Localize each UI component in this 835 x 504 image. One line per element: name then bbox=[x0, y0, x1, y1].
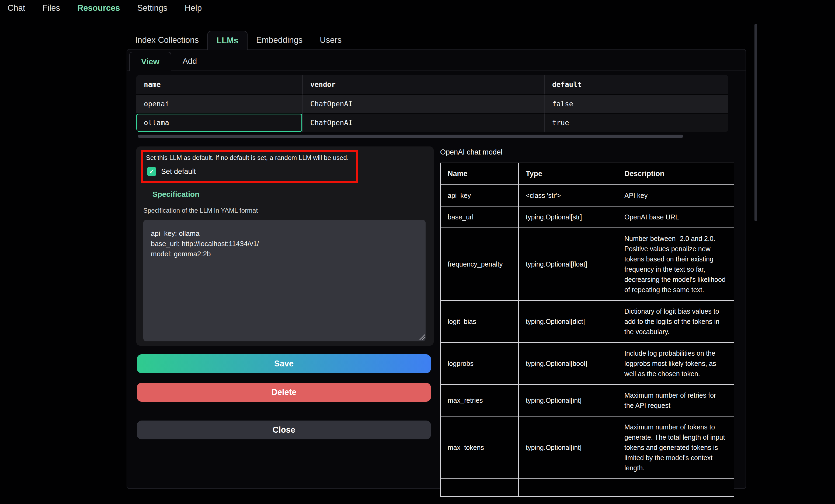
set-default-label: Set default bbox=[161, 167, 196, 176]
llm-table-header-vendor: vendor bbox=[302, 75, 544, 94]
llm-row-openai-name[interactable]: openai bbox=[136, 94, 302, 113]
schema-cell-type: <class 'str'> bbox=[518, 185, 617, 206]
schema-cell-name: base_url bbox=[441, 206, 518, 228]
llm-row-openai-vendor[interactable]: ChatOpenAI bbox=[302, 94, 544, 113]
table-row: logprobs typing.Optional[bool] Include l… bbox=[441, 342, 734, 384]
sub-tab-bar: View Add bbox=[127, 52, 746, 71]
horizontal-scrollbar-thumb[interactable] bbox=[138, 134, 683, 138]
nav-item-files[interactable]: Files bbox=[42, 3, 60, 13]
set-default-checkbox[interactable]: ✓ bbox=[147, 167, 156, 176]
model-schema-table: Name Type Description api_key <class 'st… bbox=[440, 163, 734, 497]
specification-subtitle: Specification of the LLM in YAML format bbox=[143, 207, 258, 214]
specification-yaml-input[interactable]: api_key: ollama base_url: http://localho… bbox=[143, 220, 426, 341]
set-default-row: ✓ Set default bbox=[147, 167, 196, 176]
schema-cell-type: typing.Optional[str] bbox=[518, 206, 617, 228]
schema-cell-description: Maximum number of retries for the API re… bbox=[617, 384, 734, 416]
schema-cell-description bbox=[617, 479, 734, 497]
schema-cell-type: typing.Optional[bool] bbox=[518, 342, 617, 384]
llm-row-ollama-default[interactable]: true bbox=[544, 113, 728, 132]
table-row: frequency_penalty typing.Optional[float]… bbox=[441, 228, 734, 300]
schema-cell-name: logit_bias bbox=[441, 300, 518, 342]
nav-item-help[interactable]: Help bbox=[184, 3, 202, 13]
schema-cell-description: OpenAI base URL bbox=[617, 206, 734, 228]
schema-header-name: Name bbox=[441, 163, 518, 185]
specification-heading: Specification bbox=[152, 190, 199, 199]
nav-item-resources[interactable]: Resources bbox=[77, 3, 120, 13]
main-tab-bar: Index Collections LLMs Embeddings Users bbox=[127, 31, 350, 49]
model-schema-title: OpenAI chat model bbox=[440, 148, 502, 156]
llm-row-ollama-vendor[interactable]: ChatOpenAI bbox=[302, 113, 544, 132]
table-row: base_url typing.Optional[str] OpenAI bas… bbox=[441, 206, 734, 228]
table-row-partial bbox=[441, 479, 734, 497]
app-root: { "nav": { "items": [ {"label": "Chat", … bbox=[0, 0, 835, 504]
schema-cell-name: logprobs bbox=[441, 342, 518, 384]
schema-cell-type bbox=[518, 479, 617, 497]
subtab-view[interactable]: View bbox=[129, 52, 171, 71]
schema-cell-type: typing.Optional[float] bbox=[518, 228, 617, 300]
llm-row-openai-default[interactable]: false bbox=[544, 94, 728, 113]
schema-cell-description: Maximum number of tokens to generate. Th… bbox=[617, 416, 734, 479]
table-row: max_tokens typing.Optional[int] Maximum … bbox=[441, 416, 734, 479]
schema-cell-name: max_tokens bbox=[441, 416, 518, 479]
tab-index-collections[interactable]: Index Collections bbox=[127, 31, 207, 49]
schema-cell-name: api_key bbox=[441, 185, 518, 206]
close-button[interactable]: Close bbox=[137, 421, 431, 439]
schema-header-type: Type bbox=[518, 163, 617, 185]
schema-cell-name: max_retries bbox=[441, 384, 518, 416]
table-row: api_key <class 'str'> API key bbox=[441, 185, 734, 206]
schema-cell-type: typing.Optional[dict] bbox=[518, 300, 617, 342]
top-nav: Chat Files Resources Settings Help bbox=[7, 3, 202, 13]
nav-item-settings[interactable]: Settings bbox=[137, 3, 167, 13]
nav-item-chat[interactable]: Chat bbox=[7, 3, 25, 13]
save-button[interactable]: Save bbox=[137, 354, 431, 373]
default-note: Set this LLM as default. If no default i… bbox=[146, 154, 351, 162]
schema-cell-description: Dictionary of logit bias values to add t… bbox=[617, 300, 734, 342]
schema-cell-name bbox=[441, 479, 518, 497]
horizontal-scrollbar[interactable] bbox=[136, 134, 728, 138]
subtab-add[interactable]: Add bbox=[171, 52, 208, 70]
tab-users[interactable]: Users bbox=[311, 31, 350, 49]
llm-table-header-name: name bbox=[136, 75, 302, 94]
schema-cell-description: API key bbox=[617, 185, 734, 206]
schema-header-description: Description bbox=[617, 163, 734, 185]
schema-cell-type: typing.Optional[int] bbox=[518, 416, 617, 479]
llm-table-header-default: default bbox=[544, 75, 728, 94]
table-row: logit_bias typing.Optional[dict] Diction… bbox=[441, 300, 734, 342]
schema-cell-type: typing.Optional[int] bbox=[518, 384, 617, 416]
schema-header-row: Name Type Description bbox=[441, 163, 734, 185]
tab-llms[interactable]: LLMs bbox=[207, 31, 247, 50]
llm-table: name vendor default openai ChatOpenAI fa… bbox=[136, 75, 728, 132]
schema-cell-name: frequency_penalty bbox=[441, 228, 518, 300]
delete-button[interactable]: Delete bbox=[137, 383, 431, 402]
default-highlight-box: Set this LLM as default. If no default i… bbox=[141, 150, 358, 183]
schema-cell-description: Number between -2.0 and 2.0. Positive va… bbox=[617, 228, 734, 300]
llm-row-ollama-name[interactable]: ollama bbox=[136, 113, 302, 132]
table-row: max_retries typing.Optional[int] Maximum… bbox=[441, 384, 734, 416]
tab-embeddings[interactable]: Embeddings bbox=[247, 31, 311, 49]
vertical-scrollbar[interactable] bbox=[754, 24, 757, 221]
schema-cell-description: Include log probabilities on the logprob… bbox=[617, 342, 734, 384]
llm-detail-panel: Set this LLM as default. If no default i… bbox=[136, 146, 434, 346]
